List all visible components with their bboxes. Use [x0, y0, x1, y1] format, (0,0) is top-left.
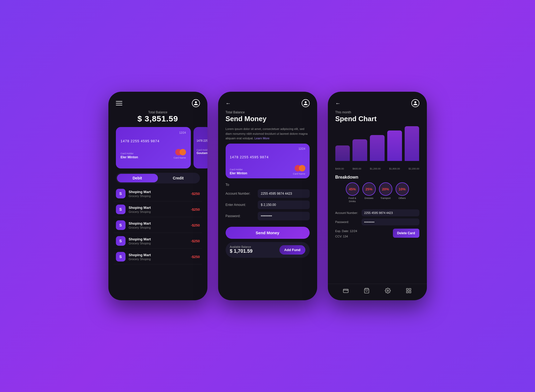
tx-avatar-0: S	[116, 189, 126, 198]
main-card[interactable]: 12/24 1478 2255 4595 9874 Card Holder El…	[116, 127, 191, 168]
password-label: Password:	[226, 214, 255, 218]
breakdown-item-1: 25% Dresses	[362, 182, 376, 203]
tx-sub-0: Grocery Shoping	[129, 194, 188, 198]
description-text: Lorem ipsum dolor sit amet, consectetuer…	[218, 125, 317, 144]
tx-avatar-4: S	[116, 252, 126, 262]
tx-avatar-1: S	[116, 205, 126, 214]
secondary-card[interactable]: 1478 225 Card Hold Goutam	[193, 127, 207, 168]
account-number-input[interactable]	[258, 189, 310, 198]
account-section: Account Number: 2255 4595 9874 4423 Pass…	[328, 208, 427, 229]
transaction-list: S Shoping Mart Grocery Shoping -$250 S S…	[108, 186, 207, 300]
back-button[interactable]: ←	[226, 100, 231, 106]
svg-rect-3	[407, 289, 408, 290]
tx-amount-2: -$250	[191, 223, 200, 227]
back-button[interactable]: ←	[335, 100, 341, 106]
tx-sub-3: Grocery Shoping	[129, 242, 188, 245]
breakdown-item-0: 45% Food &Drinks	[346, 182, 359, 203]
chart-lbl-1: $600.00	[352, 167, 361, 170]
card-name-label: Card Name	[293, 172, 305, 175]
svg-rect-5	[407, 291, 408, 293]
phone3-header: ←	[328, 92, 427, 109]
breakdown-item-3: 10% Others	[396, 182, 409, 203]
nav-settings-icon[interactable]	[385, 288, 391, 295]
chart-lbl-3: $1,800.00	[389, 167, 400, 170]
ccv: CCV: 134	[335, 234, 357, 239]
card-name-label: Card Name	[173, 156, 186, 159]
table-row[interactable]: S Shoping Mart Grocery Shoping -$250	[114, 202, 202, 217]
account-number-label: Account Number:	[335, 211, 359, 214]
chart-bar-4	[405, 126, 419, 161]
exp-date: Exp. Date: 12/24	[335, 229, 357, 234]
tab-row: Debit Credit	[116, 173, 200, 183]
nav-wallet-icon[interactable]	[343, 288, 349, 295]
tx-sub-4: Grocery Shoping	[129, 258, 188, 261]
chart-title: Spend Chart	[328, 114, 427, 126]
cards-scroll: 12/24 1478 2255 4595 9874 Card Holder El…	[108, 127, 207, 168]
chart-labels: $400.00 $600.00 $1,200.00 $1,800.00 $2,2…	[328, 166, 427, 173]
avail-balance-amount: $ 1,701.59	[230, 248, 253, 254]
tx-name-0: Shoping Mart	[129, 190, 188, 194]
password-value: ••••••••••	[362, 218, 419, 225]
card-expiry: 12/24	[230, 147, 305, 150]
avail-balance-info: Available Balance $ 1,701.59	[230, 245, 253, 254]
tx-name-1: Shoping Mart	[129, 206, 188, 210]
chart-bar-2	[370, 135, 385, 161]
tx-amount-0: -$250	[191, 192, 200, 196]
tx-info-3: Shoping Mart Grocery Shoping	[129, 237, 188, 245]
password-label: Password:	[335, 220, 359, 224]
phone2-header: ←	[218, 92, 317, 109]
amount-label: Enter Amount:	[226, 203, 255, 207]
password-input[interactable]	[258, 212, 310, 220]
menu-icon[interactable]	[116, 101, 122, 105]
table-row[interactable]: S Shoping Mart Grocery Shoping -$250	[114, 249, 202, 264]
send-money-card[interactable]: 12/24 1478 2255 4595 9874 Card Holder El…	[226, 144, 310, 178]
phone2-balance-label: Total Balance	[226, 110, 310, 114]
breakdown-circle-3: 10%	[396, 182, 409, 196]
card-number: 1478 2255 4595 9874	[230, 155, 305, 159]
card-expiry: 12/24	[121, 131, 186, 134]
user-icon[interactable]	[411, 99, 419, 107]
password-row: Password: ••••••••••	[335, 218, 419, 225]
chart-lbl-0: $400.00	[335, 167, 344, 170]
balance-label: Total Balance	[108, 110, 207, 114]
chart-bar-3	[387, 130, 402, 161]
tx-name-3: Shoping Mart	[129, 237, 188, 241]
account-number-row: Account Number: 2255 4595 9874 4423	[335, 209, 419, 216]
user-icon[interactable]	[302, 99, 310, 107]
bottom-row: Exp. Date: 12/24 CCV: 134 Delete Card	[328, 229, 427, 241]
breakdown-row: 45% Food &Drinks 25% Dresses 20% Transpo…	[335, 182, 419, 203]
spend-chart	[335, 126, 419, 166]
nav-cart-icon[interactable]	[364, 288, 370, 295]
table-row[interactable]: S Shoping Mart Grocery Shoping -$250	[114, 218, 202, 233]
send-money-button[interactable]: Send Money	[226, 227, 310, 239]
nav-grid-icon[interactable]	[406, 288, 412, 295]
month-label: This month	[328, 109, 427, 114]
available-balance-footer: Available Balance $ 1,701.59 Add Fund	[226, 242, 310, 258]
svg-rect-6	[409, 291, 411, 293]
breakdown-item-2: 20% Transport	[379, 182, 392, 203]
breakdown-label-2: Transport	[380, 197, 390, 200]
card-holder-name: Eler Minton	[121, 155, 138, 159]
delete-card-button[interactable]: Delete Card	[393, 229, 419, 238]
table-row[interactable]: S Shoping Mart Grocery Shoping -$250	[114, 233, 202, 249]
table-row[interactable]: S Shoping Mart Grocery Shoping -$250	[114, 186, 202, 201]
svg-rect-0	[343, 289, 348, 293]
mastercard-orange	[180, 149, 186, 155]
tx-info-2: Shoping Mart Grocery Shoping	[129, 221, 188, 229]
learn-more-link[interactable]: Learn More	[255, 137, 270, 140]
amount-input[interactable]	[258, 201, 310, 209]
svg-rect-4	[409, 289, 411, 290]
tab-credit[interactable]: Credit	[158, 174, 199, 182]
tx-info-4: Shoping Mart Grocery Shoping	[129, 253, 188, 261]
breakdown-label-3: Others	[399, 197, 406, 200]
tx-amount-4: -$250	[191, 255, 200, 259]
breakdown-section: Breakdown 45% Food &Drinks 25% Dresses 2…	[328, 173, 427, 208]
account-number-value: 2255 4595 9874 4423	[362, 209, 419, 216]
phone2-balance-section: Total Balance Send Money	[218, 109, 317, 125]
tab-debit[interactable]: Debit	[117, 174, 158, 182]
add-fund-button[interactable]: Add Fund	[279, 245, 305, 255]
breakdown-label-1: Dresses	[365, 197, 373, 200]
user-icon[interactable]	[192, 99, 200, 107]
account-number-row: Account Number:	[226, 189, 310, 198]
mastercard-orange	[299, 165, 305, 171]
